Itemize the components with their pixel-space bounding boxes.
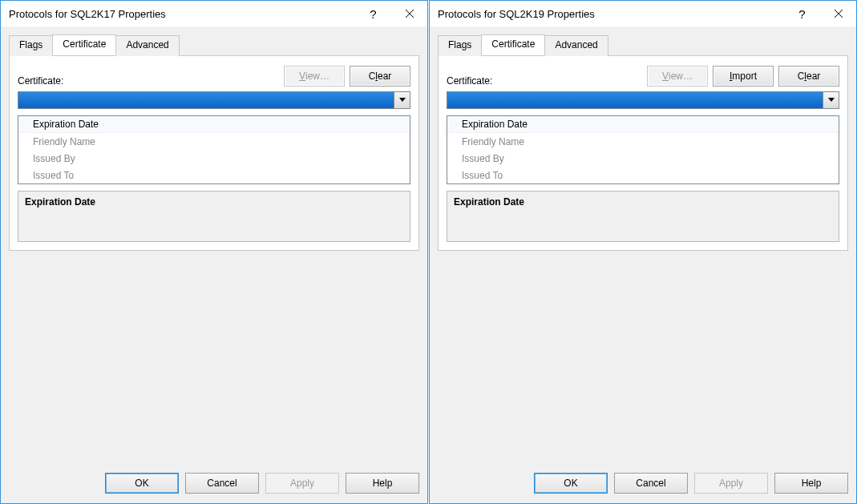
grid-cell-label: Issued By: [447, 153, 632, 164]
grid-row[interactable]: Friendly Name: [447, 133, 839, 150]
titlebar: Protocols for SQL2K19 Properties ?: [430, 1, 856, 26]
grid-row[interactable]: Issued By: [447, 150, 839, 167]
grid-cell-label: Issued To: [447, 170, 632, 181]
close-button[interactable]: [391, 2, 427, 26]
cancel-button[interactable]: Cancel: [185, 473, 259, 494]
ok-button[interactable]: OK: [534, 473, 608, 494]
tab-panel-certificate: Certificate: View… Clear Expiration Date…: [9, 55, 419, 251]
ok-button[interactable]: OK: [105, 473, 179, 494]
clear-button[interactable]: Clear: [350, 66, 410, 87]
grid-cell-label: Expiration Date: [18, 119, 203, 130]
cancel-button[interactable]: Cancel: [614, 473, 688, 494]
properties-grid: Expiration Date Friendly Name Issued By …: [18, 115, 410, 184]
view-button[interactable]: View…: [284, 66, 345, 87]
grid-row[interactable]: Expiration Date: [447, 116, 839, 133]
tab-flags[interactable]: Flags: [9, 35, 53, 56]
grid-cell-label: Friendly Name: [447, 136, 632, 147]
tab-advanced[interactable]: Advanced: [544, 35, 608, 56]
close-icon: [405, 9, 414, 18]
client-area: Flags Certificate Advanced Certificate: …: [1, 26, 427, 463]
close-icon: [834, 9, 843, 18]
apply-button[interactable]: Apply: [694, 473, 768, 494]
help-button-bottom[interactable]: Help: [774, 473, 848, 494]
tab-panel-certificate: Certificate: View… Import Clear Expirati…: [438, 55, 848, 251]
grid-cell-label: Issued By: [18, 153, 203, 164]
apply-button[interactable]: Apply: [265, 473, 339, 494]
description-title: Expiration Date: [25, 196, 403, 208]
window-title: Protocols for SQL2K19 Properties: [438, 8, 784, 20]
certificate-combo-field[interactable]: [447, 92, 823, 108]
grid-row[interactable]: Friendly Name: [18, 133, 410, 150]
tab-strip: Flags Certificate Advanced: [438, 34, 848, 55]
description-box: Expiration Date: [447, 191, 839, 242]
help-button-bottom[interactable]: Help: [346, 473, 419, 494]
certificate-combo[interactable]: [18, 91, 410, 109]
certificate-combo[interactable]: [447, 91, 839, 109]
import-button[interactable]: Import: [713, 66, 774, 87]
tab-flags[interactable]: Flags: [438, 35, 482, 56]
certificate-label: Certificate:: [18, 75, 63, 87]
certificate-combo-field[interactable]: [18, 92, 394, 108]
help-button[interactable]: ?: [355, 2, 391, 26]
certificate-label: Certificate:: [447, 75, 492, 87]
chevron-down-icon: [828, 98, 835, 103]
tab-advanced[interactable]: Advanced: [115, 35, 179, 56]
properties-grid: Expiration Date Friendly Name Issued By …: [447, 115, 839, 184]
grid-cell-label: Issued To: [18, 170, 203, 181]
grid-row[interactable]: Issued To: [447, 167, 839, 183]
tab-strip: Flags Certificate Advanced: [9, 34, 419, 55]
window-title: Protocols for SQL2K17 Properties: [9, 8, 355, 20]
grid-row[interactable]: Expiration Date: [18, 116, 410, 133]
dialog-sql2k17: Protocols for SQL2K17 Properties ? Flags…: [0, 0, 428, 504]
titlebar: Protocols for SQL2K17 Properties ?: [1, 1, 427, 26]
dialog-sql2k19: Protocols for SQL2K19 Properties ? Flags…: [429, 0, 857, 504]
grid-cell-label: Expiration Date: [447, 119, 632, 130]
tab-certificate[interactable]: Certificate: [481, 34, 545, 55]
certificate-combo-button[interactable]: [394, 92, 410, 108]
grid-row[interactable]: Issued To: [18, 167, 410, 183]
tab-certificate[interactable]: Certificate: [52, 34, 116, 55]
grid-cell-label: Friendly Name: [18, 136, 203, 147]
description-title: Expiration Date: [454, 196, 832, 208]
close-button[interactable]: [820, 2, 856, 26]
view-button[interactable]: View…: [647, 66, 708, 87]
clear-button[interactable]: Clear: [778, 66, 839, 87]
description-box: Expiration Date: [18, 191, 410, 242]
dialog-button-row: OK Cancel Apply Help: [1, 463, 427, 503]
chevron-down-icon: [399, 98, 406, 103]
certificate-combo-button[interactable]: [823, 92, 839, 108]
client-area: Flags Certificate Advanced Certificate: …: [430, 26, 856, 463]
grid-row[interactable]: Issued By: [18, 150, 410, 167]
dialog-button-row: OK Cancel Apply Help: [430, 463, 856, 503]
help-button[interactable]: ?: [784, 2, 820, 26]
